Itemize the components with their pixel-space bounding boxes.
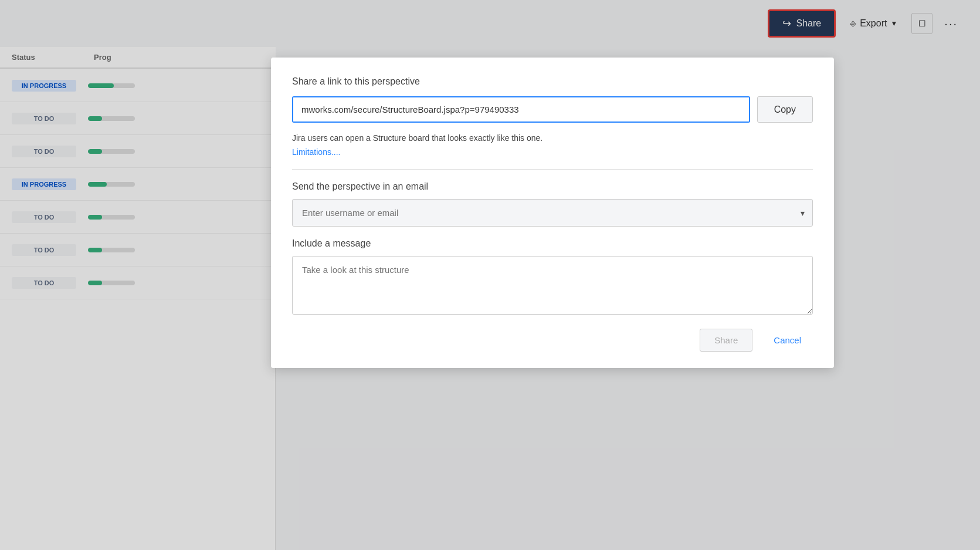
footer-cancel-button[interactable]: Cancel bbox=[762, 329, 813, 351]
message-textarea[interactable] bbox=[292, 256, 813, 315]
message-section-title: Include a message bbox=[292, 238, 813, 249]
limitations-link[interactable]: Limitations.... bbox=[292, 147, 340, 157]
share-dialog: Share a link to this perspective Copy Ji… bbox=[271, 58, 834, 368]
email-input[interactable] bbox=[292, 199, 813, 227]
email-section-title: Send the perspective in an email bbox=[292, 181, 813, 192]
link-section-title: Share a link to this perspective bbox=[292, 76, 813, 87]
link-row: Copy bbox=[292, 96, 813, 123]
modal-footer: Share Cancel bbox=[292, 329, 813, 352]
link-input[interactable] bbox=[293, 97, 749, 122]
link-input-wrapper bbox=[292, 96, 750, 123]
divider bbox=[292, 169, 813, 170]
footer-share-button[interactable]: Share bbox=[700, 329, 752, 352]
email-input-wrapper: ▾ bbox=[292, 199, 813, 227]
info-text: Jira users can open a Structure board th… bbox=[292, 132, 813, 144]
copy-button[interactable]: Copy bbox=[757, 96, 813, 123]
